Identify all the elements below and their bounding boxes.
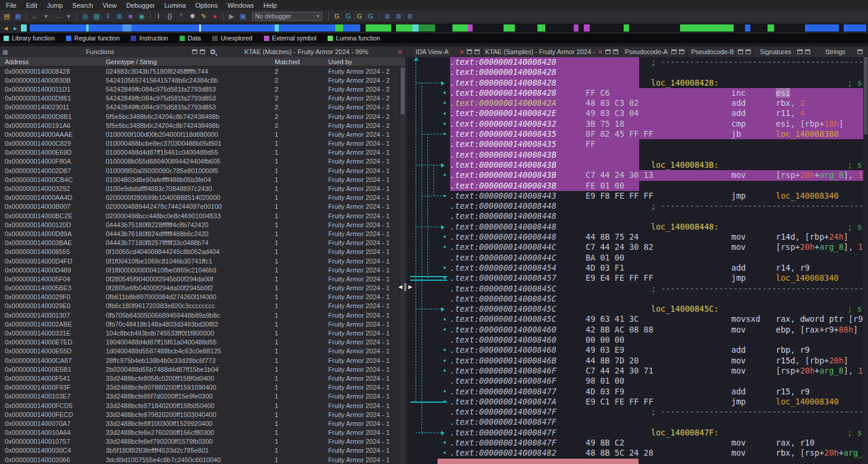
window-icon[interactable] xyxy=(467,49,472,54)
disasm-line[interactable]: .text:0000000140008428; ----------------… xyxy=(450,57,863,67)
regex-icon[interactable]: ✱ xyxy=(187,11,198,21)
table-row[interactable]: 0x000000014000CA8728ffc975b4eb138b4b0c33… xyxy=(0,356,405,365)
table-row[interactable]: 0x000000014000CB4C01004803d8e90afeffff48… xyxy=(0,175,405,184)
window-icon[interactable] xyxy=(200,49,205,54)
table-row[interactable]: 0x0000000140005BE30f2805e6fb04000f294da0… xyxy=(0,284,405,293)
close-icon[interactable]: ✕ xyxy=(398,49,402,55)
disasm-line[interactable]: .text:0000000140008428 xyxy=(450,67,863,77)
disasm-line[interactable]: .text:000000014000844844 8B 75 24movr14d… xyxy=(450,232,863,242)
disasm-line[interactable]: .text:000000014000846FC7 44 24 30 71mov[… xyxy=(450,366,863,376)
table-row[interactable]: 0x0000000140002ABE0fb70c48418b148a4803d3… xyxy=(0,319,405,328)
disasm-line[interactable]: .text:000000014000846042 8B AC 08 88move… xyxy=(450,325,863,335)
colors-icon[interactable]: ■ xyxy=(125,11,136,21)
navigator-band[interactable] xyxy=(20,24,867,32)
window-icon[interactable] xyxy=(474,49,480,54)
debugger-select[interactable]: No debugger▾ xyxy=(252,12,322,21)
breakpoint-list-icon[interactable]: ≣ xyxy=(382,11,393,21)
table-header[interactable]: AddressGenotype / StringMatchedUsed by xyxy=(0,57,405,67)
column-header-genotype-string[interactable]: Genotype / String xyxy=(101,58,270,65)
table-row[interactable]: 0x0000000140010A6433d2488bcfe8e2760200ff… xyxy=(0,428,405,437)
disasm-line[interactable]: .text:0000000140008428FF C6incesi xyxy=(450,88,863,98)
table-row[interactable]: 0x000000014000D4890f1f8000000000410fbe08… xyxy=(0,265,405,274)
disasm-line[interactable]: .text:000000014000843BC7 44 24 30 13mov[… xyxy=(450,170,863,180)
menu-item-view[interactable]: View xyxy=(98,1,121,10)
scrollbar-thumb[interactable] xyxy=(864,57,867,134)
navband-next-icon[interactable]: ► xyxy=(11,23,20,33)
table-row[interactable]: 0x000000014000E5B12b0200488d55b7488d4d87… xyxy=(0,365,405,374)
disasm-line[interactable]: .text:0000000140008448 xyxy=(450,211,863,221)
trace-window-icon[interactable]: ≣ xyxy=(404,11,416,21)
table-row[interactable]: 0x000000014000D4FD0f1f00410fbe1069c81046… xyxy=(0,256,405,265)
breakpoint-icon[interactable]: ● xyxy=(209,11,221,21)
table-row[interactable]: 0x000000014000FCD533d2488bcfe871840200ff… xyxy=(0,401,405,410)
tab-ida-view-a[interactable]: IDA View-A✕ xyxy=(405,46,483,57)
disasm-line[interactable]: .text:000000014000847Floc_14000847F:; s xyxy=(450,428,863,438)
column-header-address[interactable]: Address xyxy=(0,58,101,65)
disasm-line[interactable]: .text:000000014000845C49 63 41 3Cmovsxdr… xyxy=(450,314,863,324)
table-row[interactable]: 0x00000001400029E00fb6c180f961720383e820… xyxy=(0,302,405,311)
table-row[interactable]: 0x000000014000C829010000488bcbe8ec370300… xyxy=(0,139,405,148)
disasm-line[interactable]: .text:0000000140008448; ----------------… xyxy=(450,201,863,211)
disasm-line[interactable]: .text:000000014000844CBA 01 00 xyxy=(450,253,863,263)
table-row[interactable]: 0x000000014000AA4D0200000f280599b1040088… xyxy=(0,193,405,202)
table-row[interactable]: 0x000000014000B0070200004889442478c74424… xyxy=(0,202,405,211)
table-row[interactable]: 0x000000014001075733d2488bcfe8ef790200ff… xyxy=(0,437,405,446)
disasm-line[interactable]: .text:000000014000843B xyxy=(450,150,863,160)
table-row[interactable]: 0x000000014000120D04443b75180f8228ffffff… xyxy=(0,220,405,229)
disasm-line[interactable]: .text:00000001400084350F 82 45 FF FFjblo… xyxy=(450,129,863,139)
disasm-line[interactable]: .text:000000014000847AE9 C1 FE FF FFjmpl… xyxy=(450,397,863,407)
table-row[interactable]: 0x000000014000E7ED190400488d4d87ff15f61a… xyxy=(0,338,405,347)
functions-panel-titlebar[interactable]: ▦ Functions xyxy=(0,46,208,57)
table-row[interactable]: 0x00000001400030663dc89d1007555e4c8b7c24… xyxy=(0,455,405,464)
scrollbar-thumb[interactable] xyxy=(401,68,405,114)
window-icon[interactable] xyxy=(605,49,611,54)
window-icon[interactable] xyxy=(738,49,743,54)
navigate-forward-menu-icon[interactable]: ▾ xyxy=(63,11,74,21)
menu-item-edit[interactable]: Edit xyxy=(21,1,42,10)
table-row[interactable]: 0x00000001400032920100e9dafaffff4883c708… xyxy=(0,184,405,193)
navigate-back-menu-icon[interactable]: ▾ xyxy=(40,11,52,21)
goto-named-icon[interactable]: G xyxy=(342,11,354,21)
table-row[interactable]: 0x000000014000FECD33d2488bcfe879820200ff… xyxy=(0,410,405,419)
table-row[interactable]: 0x00000001400070A733d2488bcfe8ff100300ff… xyxy=(0,419,405,428)
tab-ktae-samples-fruity-armor-2024-99-[interactable]: KTAE (Samples) - Fruity Armor 2024 - 99%… xyxy=(483,46,621,57)
disasm-line[interactable]: .text:0000000140008435FF xyxy=(450,139,863,149)
table-row[interactable]: 0x0000000140002D8701000f850a05000090c785… xyxy=(0,166,405,175)
window-icon[interactable] xyxy=(613,49,618,54)
navigate-forward-icon[interactable]: → xyxy=(52,11,63,21)
close-icon[interactable]: ✕ xyxy=(460,49,464,55)
edit-icon[interactable]: ✎ xyxy=(198,11,209,21)
quotes-icon[interactable]: ” xyxy=(175,11,187,21)
menu-item-help[interactable]: Help xyxy=(259,1,282,10)
table-row[interactable]: 0x000000014002301154242849ffc084c975d581… xyxy=(0,103,405,112)
table-row[interactable]: 0x00000001400013070fb705b643050066894594… xyxy=(0,311,405,319)
table-row[interactable]: 0x000000014000E69D010000488d4d87ff15461c… xyxy=(0,148,405,157)
navband-prev-icon[interactable]: ◄ xyxy=(1,23,11,33)
attach-debugger-icon[interactable]: ▣ xyxy=(237,11,249,21)
disasm-line[interactable]: .text:000000014000848248 8B 5C 24 28movr… xyxy=(450,448,863,458)
lumina-icon[interactable]: ◉ xyxy=(136,11,147,21)
table-row[interactable]: 0x00000001400191A65f5e5bc3488b6c24204c8b… xyxy=(0,121,405,130)
table-row[interactable]: 0x000000014000F93F33d2488bcfe807880200ff… xyxy=(0,383,405,392)
text-cursor-icon[interactable]: I xyxy=(153,11,164,21)
table-row[interactable]: 0x00000001400011D154242849ffc084c975d581… xyxy=(0,84,405,93)
menu-item-options[interactable]: Options xyxy=(191,1,223,10)
disasm-line[interactable]: .text:0000000140008428loc_140008428:; s xyxy=(450,78,863,88)
disasm-line[interactable]: .text:000000014000847F; ----------------… xyxy=(450,407,863,417)
table-row[interactable]: 0x000000014000F54133d2488bcfe8058c0200ff… xyxy=(0,374,405,383)
disasm-line[interactable]: .text:000000014000847F xyxy=(450,417,863,427)
menu-item-debugger[interactable]: Debugger xyxy=(121,1,159,10)
window-icon[interactable] xyxy=(746,49,751,54)
disasm-line[interactable]: .text:0000000140008443E9 F8 FE FF FFjmpl… xyxy=(450,191,863,201)
window-icon[interactable] xyxy=(805,49,810,54)
disasm-line[interactable]: .text:000000014000845Cloc_14000845C:; s xyxy=(450,304,863,314)
disasm-line[interactable]: .text:00000001400084544D 03 F1addr14, r9 xyxy=(450,263,863,273)
ktae-matches-panel-titlebar[interactable]: KTAE (Matches) - Fruity Armor 2024 - 99%… xyxy=(208,46,405,57)
table-row[interactable]: 0x000000014000D8B15f5e5bc3488b6c24204c8b… xyxy=(0,112,405,121)
goto-function-icon[interactable]: G xyxy=(354,11,365,21)
menu-item-windows[interactable]: Windows xyxy=(222,1,259,10)
table-row[interactable]: 0x000000014000F80A0100008b055d6804008944… xyxy=(0,157,405,166)
disasm-line[interactable]: .text:000000014000846F98 01 00 xyxy=(450,376,863,386)
watches-list-icon[interactable]: ≣ xyxy=(393,11,404,21)
segments-icon[interactable]: ▥ xyxy=(91,11,102,21)
